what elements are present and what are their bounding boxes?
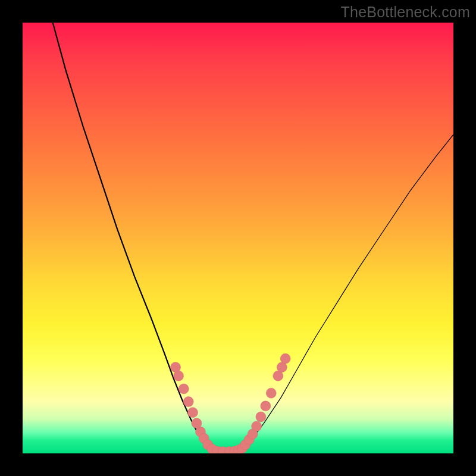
scatter-dot (252, 421, 262, 431)
scatter-dot (261, 401, 271, 411)
scatter-dot (183, 397, 193, 407)
chart-container: TheBottleneck.com (0, 0, 476, 476)
chart-svg (23, 23, 453, 453)
scatter-dot (280, 353, 290, 364)
scatter-dot (187, 408, 198, 418)
watermark-text: TheBottleneck.com (341, 4, 470, 21)
scatter-dot (256, 412, 266, 422)
scatter-dots (171, 353, 291, 453)
scatter-dot (174, 371, 184, 381)
scatter-dot (178, 384, 189, 394)
scatter-dot (266, 388, 276, 398)
plot-area (23, 23, 453, 453)
curve-right-arm (240, 134, 453, 450)
